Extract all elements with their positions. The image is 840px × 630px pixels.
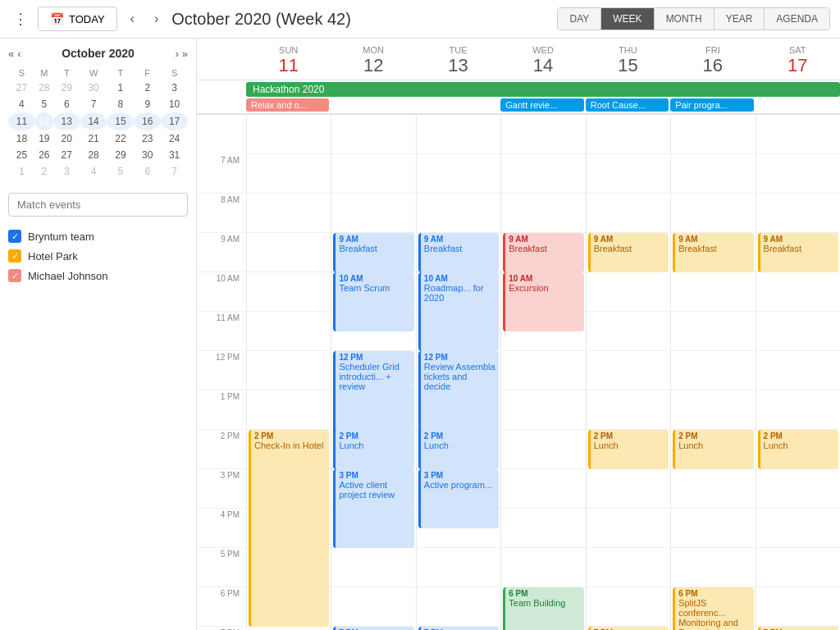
- mini-cal-day[interactable]: 31: [161, 147, 188, 163]
- mini-cal-day[interactable]: 13: [53, 112, 80, 130]
- calendar-checkbox-hotel[interactable]: ✓: [8, 249, 21, 262]
- event-wed-teambuilding[interactable]: 6 PM Team Building: [503, 587, 583, 630]
- mini-cal-day[interactable]: 28: [80, 147, 107, 163]
- event-tue-lunch[interactable]: 2 PM Lunch: [418, 430, 499, 469]
- mini-cal-day[interactable]: 1: [8, 163, 35, 180]
- day-view-button[interactable]: DAY: [558, 8, 601, 30]
- year-view-button[interactable]: YEAR: [714, 8, 765, 30]
- mini-cal-next[interactable]: ›: [175, 48, 178, 60]
- event-thu-breakfast[interactable]: 9 AM Breakfast: [588, 233, 669, 272]
- event-fri-splitjs[interactable]: 6 PM SplitJS conferenc... Monitoring and…: [673, 587, 753, 630]
- mini-cal-day[interactable]: 30: [134, 147, 161, 163]
- menu-button[interactable]: ⋮: [10, 7, 31, 31]
- allday-event-rootcause[interactable]: Root Cause...: [586, 98, 669, 112]
- calendar-checkbox-bryntum[interactable]: ✓: [8, 230, 21, 243]
- event-sat-breakfast[interactable]: 9 AM Breakfast: [758, 233, 838, 272]
- mini-cal-day[interactable]: 6: [53, 96, 80, 112]
- mini-cal-prev-prev[interactable]: «: [8, 48, 14, 60]
- mini-cal-day[interactable]: 4: [80, 163, 107, 180]
- mini-cal-day[interactable]: 16: [134, 112, 161, 130]
- mini-cal-day[interactable]: 18: [8, 130, 35, 147]
- event-mon-dinner[interactable]: 7 PM Dinner: [333, 627, 413, 630]
- mini-cal-day[interactable]: 5: [107, 163, 134, 180]
- event-mon-teamscrum[interactable]: 10 AM Team Scrum: [333, 272, 413, 331]
- mini-cal-day[interactable]: 27: [53, 147, 80, 163]
- mini-cal-next-next[interactable]: »: [182, 48, 188, 60]
- allday-event-relax[interactable]: Relax and o...: [246, 98, 329, 112]
- event-mon-breakfast[interactable]: 9 AM Breakfast: [333, 233, 413, 272]
- event-sat-lunch[interactable]: 2 PM Lunch: [758, 430, 838, 469]
- mini-cal-day[interactable]: 28: [35, 80, 53, 96]
- mini-cal-day[interactable]: 3: [161, 80, 188, 96]
- mini-cal-day[interactable]: 10: [161, 96, 188, 112]
- mini-cal-day[interactable]: 5: [35, 96, 53, 112]
- mini-cal-day[interactable]: 7: [161, 163, 188, 180]
- mini-cal-day[interactable]: 30: [80, 80, 107, 96]
- mini-cal-day[interactable]: 27: [8, 80, 35, 96]
- mini-cal-day[interactable]: 17: [161, 112, 188, 130]
- event-wed-breakfast[interactable]: 9 AM Breakfast: [503, 233, 583, 272]
- mini-cal-day[interactable]: 9: [134, 96, 161, 112]
- mini-cal-day[interactable]: 25: [8, 147, 35, 163]
- mini-cal-day[interactable]: 2: [134, 80, 161, 96]
- mini-cal-day[interactable]: 12: [35, 112, 53, 130]
- mini-cal-day[interactable]: 6: [134, 163, 161, 180]
- search-input[interactable]: [8, 193, 188, 217]
- mini-cal-day[interactable]: 8: [107, 96, 134, 112]
- mini-cal-day[interactable]: 29: [53, 80, 80, 96]
- mini-cal-day[interactable]: 7: [80, 96, 107, 112]
- day-header-sat[interactable]: Sat 17: [756, 39, 840, 80]
- event-tue-dinner[interactable]: 7 PM Dinner: [418, 627, 499, 630]
- next-button[interactable]: ›: [148, 8, 165, 30]
- day-header-sun[interactable]: Sun 11: [246, 39, 331, 80]
- event-fri-lunch[interactable]: 2 PM Lunch: [673, 430, 753, 469]
- event-wed-excursion[interactable]: 10 AM Excursion: [503, 272, 583, 331]
- mini-cal-day[interactable]: 22: [107, 130, 134, 147]
- month-view-button[interactable]: MONTH: [655, 8, 714, 30]
- day-header-tue[interactable]: Tue 13: [416, 39, 500, 80]
- day-header-thu[interactable]: Thu 15: [586, 39, 670, 80]
- mini-cal-day[interactable]: 1: [107, 80, 134, 96]
- hour-slot: [247, 312, 331, 351]
- mini-cal-day[interactable]: 19: [35, 130, 53, 147]
- event-thu-lunch[interactable]: 2 PM Lunch: [588, 430, 669, 469]
- mini-cal-day[interactable]: 26: [35, 147, 53, 163]
- mini-cal-day[interactable]: 20: [53, 130, 80, 147]
- event-fri-breakfast[interactable]: 9 AM Breakfast: [673, 233, 753, 272]
- mini-cal-day[interactable]: 21: [80, 130, 107, 147]
- today-button[interactable]: 📅 TODAY: [38, 7, 117, 31]
- prev-button[interactable]: ‹: [124, 8, 141, 30]
- mini-cal-day[interactable]: 15: [107, 112, 134, 130]
- date-label-sat: 17: [759, 55, 837, 76]
- allday-event-hackathon[interactable]: Hackathon 2020: [246, 82, 840, 97]
- week-view-button[interactable]: WEEK: [601, 8, 654, 30]
- mini-cal-day[interactable]: 4: [8, 96, 35, 112]
- event-tue-activeprogram[interactable]: 3 PM Active program...: [418, 469, 499, 528]
- calendar-checkbox-michael[interactable]: ✓: [8, 269, 21, 282]
- event-sun-checkin[interactable]: 2 PM Check-In in Hotel: [249, 430, 329, 627]
- mini-cal-day[interactable]: 24: [161, 130, 188, 147]
- mini-cal-day[interactable]: 2: [35, 163, 53, 180]
- mini-cal-day[interactable]: 29: [107, 147, 134, 163]
- mini-cal-day[interactable]: 14: [80, 112, 107, 130]
- event-tue-roadmap[interactable]: 10 AM Roadmap... for 2020: [418, 272, 499, 351]
- mini-cal-day[interactable]: 3: [53, 163, 80, 180]
- mini-cal-day[interactable]: 11: [8, 112, 35, 130]
- event-thu-dinner[interactable]: 7 PM Dinner: [588, 627, 669, 630]
- day-header-wed[interactable]: Wed 14: [500, 39, 585, 80]
- event-time: 3 PM: [424, 471, 495, 480]
- allday-event-gantt[interactable]: Gantt revie...: [500, 98, 583, 112]
- event-tue-breakfast[interactable]: 9 AM Breakfast: [418, 233, 499, 272]
- event-sat-dinner[interactable]: 7 PM Dinner: [758, 627, 838, 630]
- mini-calendar: « ‹ October 2020 › » S M T W T: [8, 47, 188, 180]
- allday-event-pair[interactable]: Pair progra...: [670, 98, 753, 112]
- time-grid-scroll[interactable]: 7 AM 8 AM 9 AM 10 AM 11 AM 12 PM 1 PM 2 …: [197, 115, 840, 630]
- mini-cal-prev[interactable]: ‹: [17, 48, 21, 60]
- event-mon-lunch[interactable]: 2 PM Lunch: [333, 430, 413, 469]
- event-mon-activeclient[interactable]: 3 PM Active client project review: [333, 469, 413, 548]
- hour-slot: [501, 115, 585, 154]
- day-header-fri[interactable]: Fri 16: [670, 39, 755, 80]
- agenda-view-button[interactable]: AGENDA: [765, 8, 829, 30]
- day-header-mon[interactable]: Mon 12: [331, 39, 415, 80]
- mini-cal-day[interactable]: 23: [134, 130, 161, 147]
